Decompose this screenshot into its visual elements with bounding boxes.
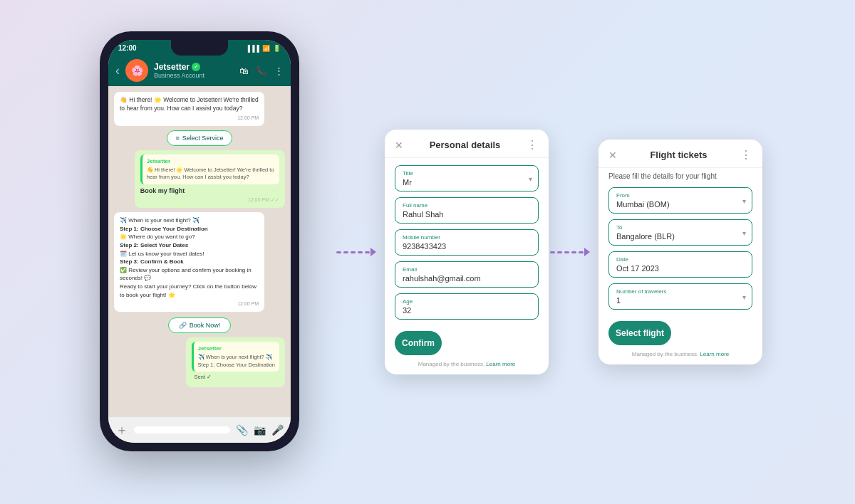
from-field[interactable]: From Mumbai (BOM) ▾: [608, 187, 752, 214]
steps-text: ✈️ When is your next flight? ✈️ Step 1: …: [120, 216, 259, 299]
travelers-arrow-icon: ▾: [742, 293, 746, 300]
message-steps: ✈️ When is your next flight? ✈️ Step 1: …: [114, 212, 264, 312]
preview-2: Jetsetter ✈️ When is your next flight? ✈…: [192, 342, 279, 372]
modal1-body: Title Mr ▾ Full name Rahul Shah Mobile n…: [385, 158, 549, 327]
modal2-subtitle: Please fill the details for your flight: [598, 168, 762, 180]
phone-screen: 12:00 ▐▐▐ 📶 🔋 ‹ 🌸 Jetsetter ✓: [108, 40, 291, 443]
from-value: Mumbai (BOM): [616, 200, 745, 209]
book-now-button[interactable]: 🔗 Book Now!: [168, 317, 232, 333]
to-arrow-icon: ▾: [742, 229, 746, 236]
mic-icon[interactable]: 🎤: [271, 424, 284, 436]
modal2-close-button[interactable]: ✕: [608, 149, 617, 161]
modal2-footer: Managed by the business. Learn more: [598, 351, 762, 364]
verified-icon: ✓: [192, 63, 200, 71]
modal1-menu-button[interactable]: ⋮: [527, 138, 539, 152]
modal2-header: ✕ Flight tickets ⋮: [598, 140, 762, 168]
chat-input-bar: ＋ 📎 📷 🎤: [108, 417, 291, 443]
message-1-time: 12:00 PM: [120, 115, 259, 122]
contact-name: Jetsetter ✓: [154, 62, 234, 72]
message-1: 👋 Hi there! 🌟 Welcome to Jetsetter! We'r…: [114, 92, 264, 126]
from-arrow-icon: ▾: [742, 196, 746, 204]
phone: 12:00 ▐▐▐ 📶 🔋 ‹ 🌸 Jetsetter ✓: [100, 31, 299, 451]
modal2-body: From Mumbai (BOM) ▾ To Bangalore (BLR) ▾…: [598, 180, 762, 317]
link-icon: 🔗: [179, 322, 187, 329]
modal1-title: Personal details: [403, 140, 527, 150]
jetsetter-label-2: Jetsetter: [198, 345, 275, 352]
phone-notch: [171, 40, 228, 56]
travelers-field[interactable]: Number of travelers 1 ▾: [608, 283, 752, 310]
status-icons: ▐▐▐ 📶 🔋: [246, 45, 281, 52]
menu-icon[interactable]: ⋮: [274, 65, 284, 76]
call-icon[interactable]: 📞: [256, 65, 267, 76]
travelers-label: Number of travelers: [616, 288, 745, 295]
modal2-learn-more-link[interactable]: Learn more: [700, 351, 729, 357]
email-value: rahulshah@gmail.com: [403, 274, 531, 283]
to-field[interactable]: To Bangalore (BLR) ▾: [608, 219, 752, 246]
date-field[interactable]: Date Oct 17 2023: [608, 251, 752, 278]
list-icon: ≡: [176, 135, 180, 142]
preview-1: Jetsetter 👋 Hi there! 🌟 Welcome to Jetse…: [140, 154, 279, 184]
message-sent-2: Jetsetter ✈️ When is your next flight? ✈…: [186, 337, 285, 387]
sticker-icon[interactable]: 📎: [236, 424, 248, 436]
age-value: 32: [403, 306, 531, 315]
to-value: Bangalore (BLR): [616, 232, 745, 241]
personal-details-modal: ✕ Personal details ⋮ Title Mr ▾ Full nam…: [385, 130, 549, 374]
from-label: From: [616, 192, 745, 199]
battery-icon: 🔋: [273, 45, 281, 52]
fullname-label: Full name: [403, 202, 531, 209]
camera-icon[interactable]: 📷: [254, 424, 266, 436]
mobile-label: Mobile number: [403, 234, 531, 241]
contact-subtitle: Business Account: [154, 72, 234, 79]
age-field[interactable]: Age 32: [395, 293, 539, 320]
title-label: Title: [403, 170, 531, 177]
modal1-footer: Managed by the business. Learn more: [385, 361, 549, 374]
select-service-button[interactable]: ≡ Select Service: [167, 130, 233, 146]
date-value: Oct 17 2023: [616, 264, 745, 273]
modal1-header: ✕ Personal details ⋮: [385, 130, 549, 158]
email-field[interactable]: Email rahulshah@gmail.com: [395, 261, 539, 288]
age-label: Age: [403, 298, 531, 305]
phone-container: 12:00 ▐▐▐ 📶 🔋 ‹ 🌸 Jetsetter ✓: [93, 31, 306, 473]
flight-tickets-modal: ✕ Flight tickets ⋮ Please fill the detai…: [598, 140, 762, 364]
modal2-select-button[interactable]: Select flight: [608, 321, 671, 345]
header-actions: 🛍 📞 ⋮: [239, 65, 284, 76]
sent-label: Sent ✓: [192, 374, 279, 383]
back-button[interactable]: ‹: [115, 63, 120, 78]
contact-avatar: 🌸: [125, 59, 148, 82]
modal2-footer-text: Managed by the business.: [632, 351, 698, 357]
title-field[interactable]: Title Mr ▾: [395, 165, 539, 191]
contact-info: Jetsetter ✓ Business Account: [154, 62, 234, 79]
modal2-menu-button[interactable]: ⋮: [740, 148, 752, 162]
modal1-confirm-button[interactable]: Confirm: [395, 331, 442, 355]
modal1-footer-text: Managed by the business.: [418, 361, 484, 367]
date-label: Date: [616, 256, 745, 263]
jetsetter-label-1: Jetsetter: [147, 157, 275, 165]
dotted-arrow-2: [549, 248, 598, 256]
modal1-learn-more-link[interactable]: Learn more: [486, 361, 515, 367]
sent-1-time: 12:00 PM ✓✓: [140, 196, 279, 204]
to-label: To: [616, 224, 745, 231]
message-input[interactable]: [134, 426, 230, 434]
chat-area: 👋 Hi there! 🌟 Welcome to Jetsetter! We'r…: [108, 86, 291, 417]
mobile-field[interactable]: Mobile number 9238433423: [395, 229, 539, 256]
arrow-1: [335, 248, 385, 256]
wifi-icon: 📶: [262, 45, 270, 52]
dotted-arrow-1: [335, 248, 385, 256]
title-arrow-icon: ▾: [529, 174, 532, 182]
sent-message-text: Book my flight: [140, 187, 279, 196]
bag-icon[interactable]: 🛍: [239, 65, 249, 76]
add-icon[interactable]: ＋: [115, 421, 128, 439]
fullname-field[interactable]: Full name Rahul Shah: [395, 197, 539, 224]
modal2-title: Flight tickets: [617, 149, 740, 160]
steps-time: 12:00 PM: [120, 300, 259, 308]
travelers-value: 1: [616, 296, 745, 305]
preview-2-text: ✈️ When is your next flight? ✈️Step 1: C…: [198, 354, 275, 369]
email-label: Email: [403, 266, 531, 273]
preview-1-text: 👋 Hi there! 🌟 Welcome to Jetsetter! We'r…: [147, 167, 275, 182]
mobile-value: 9238433423: [403, 242, 531, 251]
book-now-label: Book Now!: [190, 322, 221, 329]
select-service-label: Select Service: [182, 135, 224, 142]
modal1-close-button[interactable]: ✕: [395, 140, 403, 151]
main-layout: 12:00 ▐▐▐ 📶 🔋 ‹ 🌸 Jetsetter ✓: [93, 31, 762, 473]
title-value: Mr: [403, 178, 531, 187]
